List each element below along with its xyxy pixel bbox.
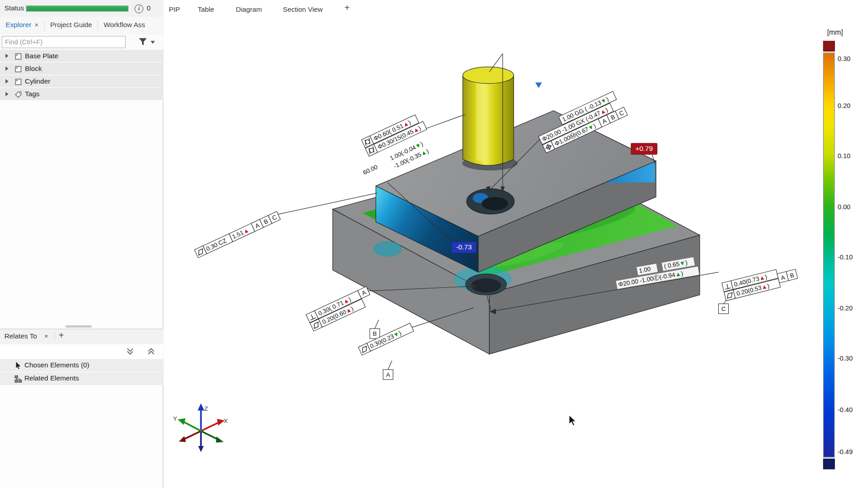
mouse-cursor: [569, 415, 576, 426]
cylinder-top-face: [463, 67, 514, 84]
scale-tick: -0.49: [838, 448, 867, 456]
related-elements-icon: [14, 375, 22, 387]
close-icon[interactable]: ×: [35, 21, 39, 29]
annotation-flatness-cz[interactable]: 0.30 CZ 1.51▲ A B C: [194, 211, 280, 258]
add-view-tab-button[interactable]: +: [344, 3, 350, 14]
expand-caret-icon[interactable]: [5, 79, 8, 84]
deviation-badge-negative[interactable]: -0.73: [452, 242, 476, 253]
datum-label-b[interactable]: B: [370, 328, 380, 338]
sidebar: Status 0 Explorer×Project GuideWorkflow …: [0, 0, 163, 488]
element-tree: Base Plate Block Cylinder Tags: [0, 50, 163, 101]
scale-tick: -0.10: [838, 253, 867, 261]
expand-all-icon[interactable]: [147, 347, 155, 357]
related-elements-row[interactable]: Related Elements: [0, 372, 163, 385]
scale-tick: -0.40: [838, 406, 867, 414]
scale-tick: -0.20: [838, 304, 867, 312]
annotation-perpendicularity[interactable]: 0.30( 0.71▲) A 0.20(0.60▲): [306, 286, 374, 331]
svg-text:Y: Y: [173, 415, 177, 422]
tab-section-view[interactable]: Section View: [283, 5, 323, 13]
scale-tick: 0.00: [838, 203, 867, 211]
relates-to-panel-bar: Relates To × +: [0, 328, 163, 345]
annotation-perpendicularity-right[interactable]: 0.40(0.73▲) 0.20(0.53▲) A B: [722, 265, 799, 300]
collapse-controls: [0, 344, 163, 359]
status-label: Status: [5, 5, 24, 12]
scale-above-range-swatch: [823, 41, 835, 52]
tree-item-cylinder[interactable]: Cylinder: [0, 75, 163, 88]
tab-diagram[interactable]: Diagram: [236, 5, 262, 13]
svg-text:C: C: [722, 305, 726, 312]
annotation-flatness[interactable]: 0.30(0.23▼): [359, 323, 414, 355]
cylinder-model[interactable]: [462, 67, 517, 170]
scale-tick: 0.10: [838, 152, 867, 160]
add-tab-button[interactable]: +: [59, 328, 64, 343]
status-progress-bar: [26, 5, 129, 11]
scale-unit-label: [mm]: [827, 28, 843, 36]
scale-tick: -0.30: [838, 355, 867, 362]
svg-text:Z: Z: [204, 405, 208, 412]
filter-button[interactable]: [137, 37, 156, 47]
status-bar: Status 0: [0, 0, 163, 17]
scale-gradient-bar: [823, 52, 835, 457]
tab-explorer[interactable]: Explorer×: [0, 17, 44, 34]
scale-tick: 0.20: [838, 102, 867, 109]
info-count: 0: [146, 5, 151, 12]
tag-icon: [14, 90, 22, 103]
svg-text:-0.73: -0.73: [456, 243, 472, 251]
svg-text:A: A: [386, 371, 390, 378]
tree-item-base-plate[interactable]: Base Plate: [0, 50, 163, 62]
tree-item-block[interactable]: Block: [0, 62, 163, 75]
tab-project-guide[interactable]: Project Guide: [45, 17, 98, 34]
deviation-color-scale: [mm] 0.30 0.20 0.10 0.00 -0.10 -0.20 -0.…: [819, 25, 868, 484]
chevron-down-icon: [151, 41, 155, 44]
tab-table[interactable]: Table: [198, 5, 214, 13]
sidebar-tab-strip: Explorer×Project GuideWorkflow Ass: [0, 17, 163, 35]
app-window: Φ0.60( 0.51▲) Φ0.30/15(0.45▲) 1.00 GG ( …: [0, 0, 868, 488]
svg-text:X: X: [224, 418, 228, 424]
chosen-elements-row[interactable]: Chosen Elements (0): [0, 359, 163, 372]
expand-caret-icon[interactable]: [5, 92, 8, 96]
svg-text:B: B: [373, 330, 377, 337]
tab-pip[interactable]: PIP: [169, 5, 180, 13]
search-input[interactable]: [2, 36, 126, 48]
tab-workflow-assistant[interactable]: Workflow Ass: [98, 17, 151, 34]
deviation-badge-positive[interactable]: +0.79: [631, 143, 657, 154]
datum-marker-icon: [535, 82, 542, 88]
close-icon[interactable]: ×: [44, 329, 48, 344]
datum-label-a[interactable]: A: [383, 370, 393, 380]
scale-tick: 0.30: [838, 55, 867, 62]
tab-relates-to[interactable]: Relates To: [5, 329, 37, 344]
expand-caret-icon[interactable]: [5, 66, 8, 71]
expand-caret-icon[interactable]: [5, 54, 8, 58]
tree-item-tags[interactable]: Tags: [0, 88, 163, 100]
search-row: [0, 34, 163, 50]
scale-below-range-swatch: [823, 459, 835, 469]
svg-text:+0.79: +0.79: [635, 145, 653, 152]
datum-label-c[interactable]: C: [718, 304, 728, 314]
funnel-icon: [139, 38, 146, 45]
collapse-all-icon[interactable]: [126, 347, 134, 357]
info-icon[interactable]: [135, 5, 144, 14]
horizontal-scrollbar[interactable]: [65, 325, 92, 328]
coordinate-triad[interactable]: Z X Y: [173, 404, 228, 452]
